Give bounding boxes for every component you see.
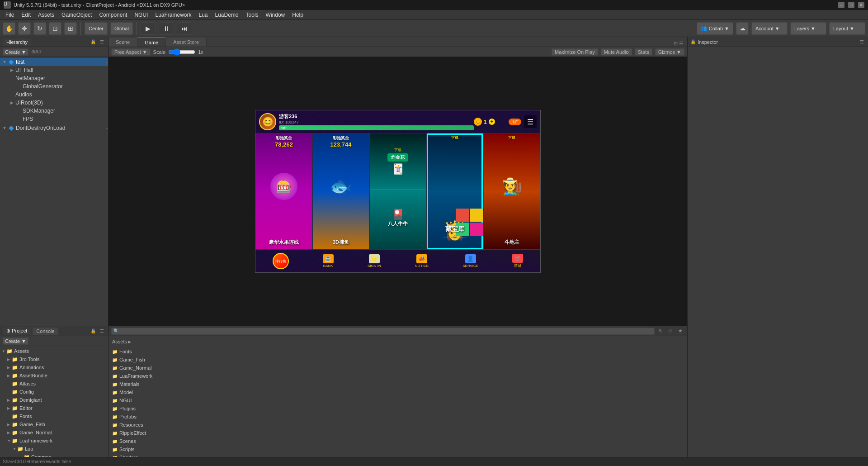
- hierarchy-lock-icon[interactable]: 🔒: [90, 38, 97, 46]
- hierarchy-create-button[interactable]: Create ▼: [3, 48, 28, 56]
- advert-button[interactable]: 推广: [509, 119, 521, 125]
- notice-button[interactable]: 📣 NOTICE: [415, 254, 429, 268]
- assets-bookmark-icon[interactable]: ☆: [666, 327, 675, 335]
- tree-item-netmanager[interactable]: NetManager: [0, 74, 108, 82]
- play-button[interactable]: ▶: [141, 22, 156, 35]
- add-coin-button[interactable]: +: [489, 119, 495, 125]
- pause-button[interactable]: ⏸: [159, 22, 174, 35]
- menu-luademo[interactable]: LuaDemo: [212, 11, 242, 19]
- layout-dropdown[interactable]: Layout ▼: [829, 22, 865, 35]
- layers-dropdown[interactable]: Layers ▼: [790, 22, 826, 35]
- asset-prefabs[interactable]: 📁 Prefabs: [110, 413, 685, 421]
- hierarchy-tab[interactable]: Hierarchy: [3, 38, 31, 46]
- assets-star-icon[interactable]: ★: [676, 327, 684, 335]
- maximize-on-play-button[interactable]: Maximize On Play: [552, 48, 598, 56]
- game-card-fishing[interactable]: 彩池奖金 123,744 🐟 3D捕鱼: [312, 133, 369, 250]
- view-maximize-icon[interactable]: ⊡ ☰: [674, 41, 687, 47]
- menu-lua[interactable]: Lua: [195, 11, 211, 19]
- menu-assets[interactable]: Assets: [34, 11, 58, 19]
- tree-item-fonts[interactable]: 📁 Fonts: [0, 412, 108, 420]
- tree-item-3rdtools[interactable]: ▶ 📁 3rd Tools: [0, 355, 108, 363]
- gizmos-button[interactable]: Gizmos ▼: [655, 48, 684, 56]
- global-button[interactable]: Global: [110, 22, 133, 35]
- asset-luaframework[interactable]: 📁 LuaFramework: [110, 372, 685, 380]
- assets-search-input[interactable]: [111, 328, 655, 335]
- tree-item-editor[interactable]: ▶ 📁 Editor: [0, 404, 108, 412]
- tree-item-fps[interactable]: FPS: [0, 115, 108, 123]
- account-dropdown[interactable]: Account ▼: [751, 22, 788, 35]
- menu-window[interactable]: Window: [262, 11, 289, 19]
- game-card-woman[interactable]: 👸 下载 藏宝库 —28xin.com—: [426, 133, 483, 250]
- scale-tool-button[interactable]: ⊡: [49, 22, 61, 35]
- tree-item-config[interactable]: 📁 Config: [0, 388, 108, 396]
- asset-game-fish[interactable]: 📁 Game_Fish: [110, 356, 685, 364]
- project-lock-icon[interactable]: 🔒: [90, 328, 97, 335]
- leaderboard-button[interactable]: 排行榜: [273, 253, 289, 269]
- tree-item-ui-hall[interactable]: ▶ UI_Hall: [0, 66, 108, 74]
- tree-item-game-normal[interactable]: ▶ 📁 Game_Normal: [0, 428, 108, 437]
- project-tab[interactable]: ⊕ Project: [3, 327, 31, 335]
- tree-item-game-fish[interactable]: ▶ 📁 Game_Fish: [0, 420, 108, 428]
- tree-item-assets[interactable]: ▼ 📁 Assets: [0, 347, 108, 355]
- menu-file[interactable]: File: [2, 11, 18, 19]
- menu-edit[interactable]: Edit: [18, 11, 34, 19]
- tree-item-uiroot3d[interactable]: ▶ UIRoot(3D): [0, 99, 108, 107]
- minimize-button[interactable]: –: [838, 2, 844, 8]
- rect-tool-button[interactable]: ⊞: [64, 22, 77, 35]
- settings-icon[interactable]: ☰: [524, 115, 537, 128]
- scene-tab[interactable]: Scene: [108, 38, 137, 47]
- lock-icon[interactable]: 🔒: [690, 39, 696, 44]
- assets-refresh-icon[interactable]: ↻: [656, 327, 665, 335]
- hand-tool-button[interactable]: ✋: [3, 22, 15, 35]
- asset-model[interactable]: 📁 Model: [110, 388, 685, 396]
- asset-scripts[interactable]: 📁 Scripts: [110, 445, 685, 453]
- maximize-button[interactable]: □: [848, 2, 854, 8]
- asset-game-normal[interactable]: 📁 Game_Normal: [110, 364, 685, 372]
- project-create-button[interactable]: Create ▼: [3, 338, 28, 345]
- asset-resources[interactable]: 📁 Resources: [110, 421, 685, 429]
- menu-ngui[interactable]: NGUI: [131, 11, 151, 19]
- signin-button[interactable]: ⭐ SIGN IN: [368, 254, 381, 268]
- menu-tools[interactable]: Tools: [242, 11, 262, 19]
- menu-luaframework[interactable]: LuaFramework: [151, 11, 195, 19]
- asset-scenes[interactable]: 📁 Scenes: [110, 437, 685, 445]
- tree-item-atlases[interactable]: 📁 Atlases: [0, 380, 108, 388]
- asset-plugins[interactable]: 📁 Plugins: [110, 404, 685, 413]
- project-menu-icon[interactable]: ☰: [98, 328, 105, 335]
- collab-button[interactable]: 👥 Collab ▼: [697, 22, 733, 35]
- tree-item-assetbundle[interactable]: ▶ 📁 AssetBundle: [0, 371, 108, 380]
- asset-ngui[interactable]: 📁 NGUI: [110, 396, 685, 404]
- mute-audio-button[interactable]: Mute Audio: [601, 48, 632, 56]
- center-button[interactable]: Center: [85, 22, 108, 35]
- tree-item-animations[interactable]: ▶ 📁 Animations: [0, 363, 108, 371]
- game-card-card-games[interactable]: 下载 炸金花 🃏 🎴 八人牛牛: [369, 133, 426, 250]
- tree-item-dontdestroy[interactable]: ▼ 🔷 DontDestroyOnLoad –: [0, 124, 108, 132]
- asset-materials[interactable]: 📁 Materials: [110, 380, 685, 388]
- shop-button[interactable]: 🛒 商城: [512, 254, 523, 268]
- tree-item-audios[interactable]: Audios: [0, 90, 108, 99]
- bank-button[interactable]: 🏦 BANK: [323, 254, 334, 268]
- asset-rippleeffect[interactable]: 📁 RippleEffect: [110, 429, 685, 437]
- stats-button[interactable]: Stats: [635, 48, 652, 56]
- tree-item-luaframework[interactable]: ▼ 📁 LuaFramework: [0, 437, 108, 445]
- scale-slider[interactable]: [168, 48, 195, 56]
- tree-item-sdkmanager[interactable]: SDKManager: [0, 107, 108, 115]
- menu-gameobject[interactable]: GameObject: [58, 11, 95, 19]
- console-tab[interactable]: Console: [33, 328, 58, 335]
- step-button[interactable]: ⏭: [177, 22, 192, 35]
- game-card-fruit[interactable]: 彩池奖金 78,262 🎰 豪华水果连线: [255, 133, 312, 250]
- close-button[interactable]: ✕: [858, 2, 864, 8]
- game-tab[interactable]: Game: [137, 38, 166, 47]
- hierarchy-menu-icon[interactable]: ☰: [98, 38, 105, 46]
- menu-help[interactable]: Help: [288, 11, 307, 19]
- tree-item-test[interactable]: ▼ 🔷 test –: [0, 58, 108, 66]
- game-card-landlord[interactable]: 🧑‍🌾 下载 斗地主: [483, 133, 540, 250]
- tree-item-globalgenerator[interactable]: GlobalGenerator: [0, 82, 108, 90]
- menu-component[interactable]: Component: [95, 11, 131, 19]
- assetstore-tab[interactable]: Asset Store: [166, 38, 207, 47]
- cloud-button[interactable]: ☁: [736, 22, 749, 35]
- tree-item-demigiant[interactable]: ▶ 📁 Demigiant: [0, 396, 108, 404]
- move-tool-button[interactable]: ✥: [18, 22, 31, 35]
- aspect-button[interactable]: Free Aspect ▼: [111, 48, 151, 56]
- service-button[interactable]: 👤 SERVICE: [462, 254, 478, 268]
